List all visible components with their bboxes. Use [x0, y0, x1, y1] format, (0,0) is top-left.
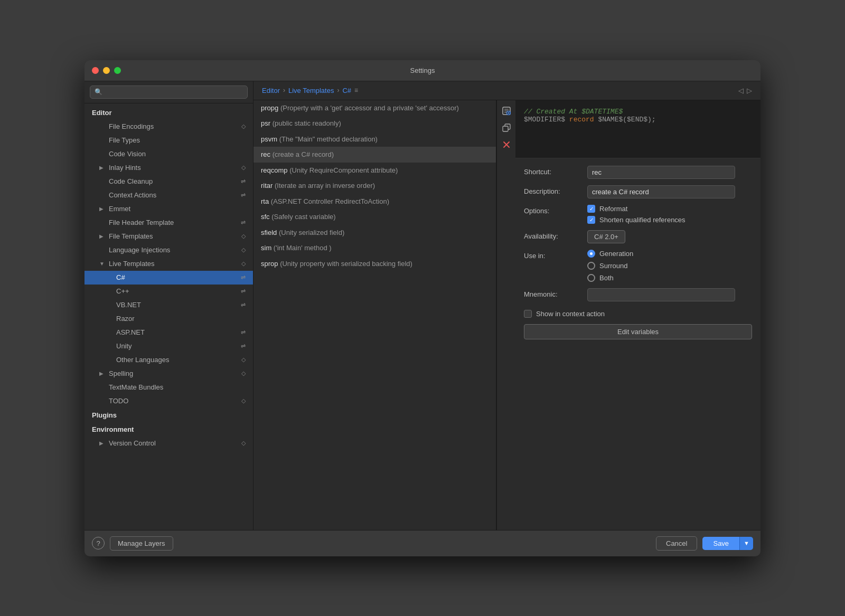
- templates-toolbar: [496, 100, 515, 530]
- maximize-button[interactable]: [114, 67, 121, 74]
- search-input[interactable]: [106, 88, 243, 96]
- shortcut-input[interactable]: [587, 166, 735, 179]
- show-ctx-checkbox[interactable]: [524, 310, 532, 318]
- breadcrumb-sep-2: ›: [337, 87, 339, 94]
- templates-list-area: propg (Property with a 'get' accessor an…: [253, 100, 496, 530]
- availability-button[interactable]: C# 2.0+: [587, 230, 625, 243]
- description-input[interactable]: [587, 185, 735, 198]
- save-button[interactable]: Save: [702, 537, 739, 550]
- cancel-button[interactable]: Cancel: [656, 536, 697, 551]
- save-dropdown-button[interactable]: ▼: [739, 537, 753, 550]
- sidebar-item-live-templates[interactable]: ▼ Live Templates ◇: [84, 257, 253, 271]
- use-in-label: Use in:: [524, 250, 582, 260]
- expand-icon: ▶: [99, 371, 107, 376]
- radio-both[interactable]: Both: [587, 274, 633, 282]
- template-item-sim[interactable]: sim ('int Main' method ): [253, 240, 496, 256]
- close-button[interactable]: [92, 67, 99, 74]
- breadcrumb-csharp[interactable]: C#: [342, 87, 351, 94]
- sidebar-badge: ◇: [241, 370, 246, 377]
- radio-generation-circle[interactable]: [587, 250, 595, 258]
- radio-generation[interactable]: Generation: [587, 250, 633, 258]
- help-button[interactable]: ?: [92, 537, 105, 549]
- minimize-button[interactable]: [103, 67, 110, 74]
- sidebar-item-emmet[interactable]: ▶ Emmet: [84, 202, 253, 216]
- template-item-psvm[interactable]: psvm (The "Main" method declaration): [253, 131, 496, 147]
- breadcrumb-live-templates[interactable]: Live Templates: [288, 87, 334, 94]
- breadcrumb-forward-icon[interactable]: ▷: [747, 87, 752, 94]
- sidebar-item-other-languages[interactable]: Other Languages ◇: [84, 353, 253, 367]
- sidebar-badge: ⇌: [241, 178, 246, 185]
- sidebar-badge: ◇: [241, 397, 246, 404]
- radio-surround[interactable]: Surround: [587, 262, 633, 270]
- expand-icon: ▶: [99, 440, 107, 446]
- settings-area: Shortcut: Description: Options:: [515, 158, 760, 530]
- template-item-sfield[interactable]: sfield (Unity serialized field): [253, 225, 496, 241]
- svg-rect-8: [503, 126, 508, 131]
- sidebar-item-label: TODO: [109, 397, 128, 405]
- use-in-options: Generation Surround Both: [587, 250, 633, 282]
- breadcrumb-back-icon[interactable]: ◁: [738, 87, 744, 94]
- template-item-sfc[interactable]: sfc (Safely cast variable): [253, 209, 496, 225]
- window-title: Settings: [410, 67, 435, 74]
- template-item-ritar[interactable]: ritar (Iterate an array in inverse order…: [253, 178, 496, 194]
- sidebar-item-language-injections[interactable]: Language Injections ◇: [84, 243, 253, 257]
- breadcrumb-sep-1: ›: [283, 87, 285, 94]
- reformat-checkbox-row[interactable]: ✓ Reformat: [587, 205, 686, 213]
- remove-template-button[interactable]: [499, 137, 514, 152]
- mnemonic-input[interactable]: [587, 288, 735, 301]
- breadcrumb-nav: ◁ ▷: [738, 87, 752, 94]
- sidebar-item-file-encodings[interactable]: File Encodings ◇: [84, 120, 253, 134]
- reformat-checkbox[interactable]: ✓: [587, 205, 595, 213]
- sidebar-item-label: File Types: [109, 136, 140, 144]
- template-item-sprop[interactable]: sprop (Unity property with serialized ba…: [253, 256, 496, 272]
- template-item-reqcomp[interactable]: reqcomp (Unity RequireComponent attribut…: [253, 163, 496, 178]
- radio-surround-label: Surround: [599, 262, 627, 270]
- shorten-checkbox[interactable]: ✓: [587, 216, 595, 224]
- breadcrumb-menu-icon[interactable]: ≡: [354, 87, 358, 94]
- sidebar-item-cpp[interactable]: C++ ⇌: [84, 285, 253, 298]
- template-item-psr[interactable]: psr (public static readonly): [253, 116, 496, 131]
- plugins-section-header: Plugins: [84, 408, 253, 422]
- sidebar-item-file-types[interactable]: File Types: [84, 134, 253, 147]
- bottom-bar: ? Manage Layers Cancel Save ▼: [84, 530, 760, 556]
- template-item-propg[interactable]: propg (Property with a 'get' accessor an…: [253, 100, 496, 116]
- search-icon: 🔍: [95, 88, 102, 96]
- sidebar-item-csharp[interactable]: C# ⇌: [84, 271, 253, 285]
- sidebar-item-label: Context Actions: [109, 191, 156, 199]
- sidebar-item-inlay-hints[interactable]: ▶ Inlay Hints ◇: [84, 161, 253, 175]
- mnemonic-label: Mnemonic:: [524, 288, 582, 298]
- sidebar-item-version-control[interactable]: ▶ Version Control ◇: [84, 437, 253, 450]
- sidebar-item-spelling[interactable]: ▶ Spelling ◇: [84, 367, 253, 381]
- sidebar-item-todo[interactable]: TODO ◇: [84, 394, 253, 408]
- manage-layers-button[interactable]: Manage Layers: [110, 536, 173, 551]
- template-item-rec[interactable]: rec (create a C# record): [253, 147, 496, 163]
- radio-surround-circle[interactable]: [587, 262, 595, 270]
- sidebar-item-code-vision[interactable]: Code Vision: [84, 147, 253, 161]
- copy-template-button[interactable]: [499, 120, 514, 135]
- breadcrumb-editor[interactable]: Editor: [262, 87, 280, 94]
- reformat-label: Reformat: [599, 205, 627, 213]
- shorten-checkbox-row[interactable]: ✓ Shorten qualified references: [587, 216, 686, 224]
- show-ctx-row[interactable]: Show in context action: [524, 310, 752, 318]
- sidebar-item-file-header-template[interactable]: File Header Template ⇌: [84, 216, 253, 230]
- sidebar-item-label: Version Control: [109, 439, 156, 447]
- sidebar-item-aspnet[interactable]: ASP.NET ⇌: [84, 326, 253, 339]
- sidebar-item-label: C#: [116, 273, 125, 281]
- sidebar-item-label: File Encodings: [109, 122, 154, 130]
- titlebar: Settings: [84, 60, 760, 81]
- environment-section-header: Environment: [84, 422, 253, 437]
- sidebar-item-razor[interactable]: Razor: [84, 312, 253, 326]
- sidebar-item-code-cleanup[interactable]: Code Cleanup ⇌: [84, 175, 253, 188]
- sidebar-item-unity[interactable]: Unity ⇌: [84, 339, 253, 353]
- add-template-button[interactable]: [499, 103, 514, 118]
- sidebar-item-context-actions[interactable]: Context Actions ⇌: [84, 188, 253, 202]
- sidebar-item-vbnet[interactable]: VB.NET ⇌: [84, 298, 253, 312]
- sidebar-badge: ⇌: [241, 301, 246, 308]
- radio-generation-label: Generation: [599, 250, 633, 258]
- sidebar-item-file-templates[interactable]: ▶ File Templates ◇: [84, 230, 253, 243]
- sidebar-item-label: File Header Template: [109, 219, 174, 226]
- template-item-rta[interactable]: rta (ASP.NET Controller RedirectToAction…: [253, 194, 496, 210]
- edit-variables-button[interactable]: Edit variables: [524, 324, 752, 339]
- sidebar-item-textmate[interactable]: TextMate Bundles: [84, 381, 253, 394]
- radio-both-circle[interactable]: [587, 274, 595, 282]
